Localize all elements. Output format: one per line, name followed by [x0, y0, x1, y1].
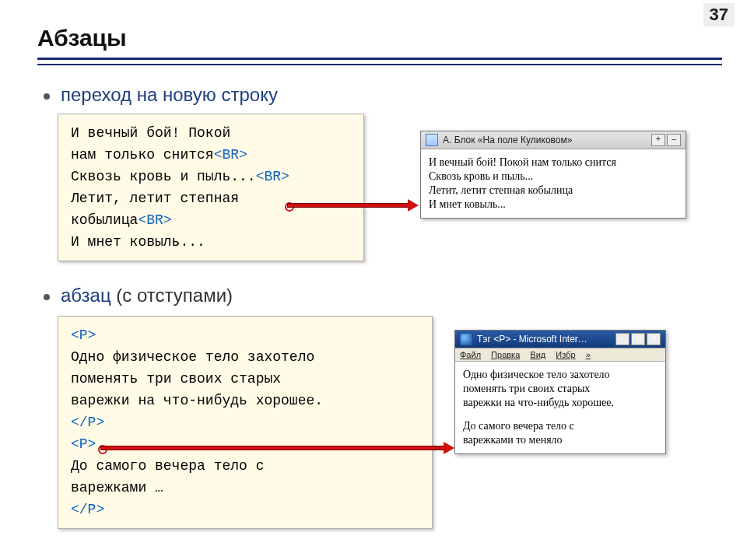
code-tag-p-close: </P>: [71, 502, 104, 517]
bullet-dot-icon: [44, 294, 50, 300]
title-underline: [37, 58, 722, 60]
code-tag-br: <BR>: [256, 169, 289, 184]
preview-window-title: А. Блок «На поле Куликовом»: [443, 135, 572, 145]
menu-edit[interactable]: Правка: [491, 350, 520, 359]
menu-favorites[interactable]: Избр: [556, 350, 575, 359]
bullet-paragraph: абзац (с отступами): [44, 285, 233, 306]
code-tag-br: <BR>: [138, 212, 171, 228]
code-line: И мнет ковыль...: [71, 234, 205, 250]
preview-window-body: Одно физическое тело захотело поменять т…: [455, 362, 665, 453]
code-line: Сквозь кровь и пыль...: [71, 169, 256, 184]
bullet-paragraph-rest: (с отступами): [111, 285, 233, 306]
preview-line: Одно физическое тело захотело: [463, 368, 658, 382]
menu-view[interactable]: Вид: [530, 350, 545, 359]
code-line: поменять три своих старых: [71, 371, 281, 387]
preview-window-p: Тэг <P> - Microsoft Inter… – □ × Файл Пр…: [454, 330, 666, 454]
code-tag-p-close: </P>: [71, 415, 104, 430]
preview-window-body: И вечный бой! Покой нам только снится Ск…: [421, 149, 686, 218]
preview-window-titlebar: А. Блок «На поле Куликовом» + –: [421, 131, 686, 149]
code-line: кобылица: [71, 212, 138, 228]
preview-window-title: Тэг <P> - Microsoft Inter…: [477, 334, 587, 345]
code-line: нам только снится: [71, 147, 214, 163]
preview-window-menubar: Файл Правка Вид Избр »: [455, 348, 665, 362]
title-underline-2: [37, 64, 722, 65]
code-tag-p-open: <P>: [71, 327, 96, 343]
bullet-newline-text: переход на новую строку: [61, 84, 278, 105]
preview-line: варежками то меняло: [463, 433, 658, 447]
preview-window-br: А. Блок «На поле Куликовом» + – И вечный…: [420, 131, 686, 219]
menu-more-icon[interactable]: »: [586, 350, 591, 359]
close-button[interactable]: ×: [647, 333, 661, 345]
code-box-p: <P> Одно физическое тело захотело поменя…: [58, 316, 433, 529]
preview-line: Летит, летит степная кобылица: [429, 184, 678, 198]
maximize-button[interactable]: □: [631, 333, 645, 345]
preview-line: Сквозь кровь и пыль...: [429, 170, 678, 184]
page-number: 37: [703, 3, 735, 26]
code-line: До самого вечера тело с: [71, 458, 264, 474]
menu-file[interactable]: Файл: [460, 350, 481, 359]
code-line: Одно физическое тело захотело: [71, 349, 314, 365]
code-line: варежки на что-нибудь хорошее.: [71, 393, 323, 408]
preview-line: И мнет ковыль...: [429, 198, 678, 212]
window-button[interactable]: –: [667, 134, 681, 146]
window-button[interactable]: +: [651, 134, 665, 146]
code-box-br: И вечный бой! Покой нам только снится<BR…: [58, 114, 364, 261]
preview-line: И вечный бой! Покой нам только снится: [429, 156, 678, 170]
ie-icon: [460, 333, 472, 345]
code-tag-p-open: <P>: [71, 436, 96, 452]
document-icon: [426, 134, 438, 146]
code-tag-br: <BR>: [214, 147, 247, 163]
preview-line: До самого вечера тело с: [463, 419, 658, 433]
page-title: Абзацы: [37, 25, 127, 51]
minimize-button[interactable]: –: [615, 333, 630, 345]
code-line: Летит, летит степная: [71, 191, 239, 206]
preview-line: поменять три своих старых: [463, 382, 658, 396]
bullet-dot-icon: [44, 93, 50, 100]
preview-window-titlebar: Тэг <P> - Microsoft Inter… – □ ×: [455, 331, 665, 348]
code-line: варежками …: [71, 480, 163, 495]
bullet-paragraph-em: абзац: [61, 285, 111, 306]
code-line: И вечный бой! Покой: [71, 125, 230, 141]
bullet-newline: переход на новую строку: [44, 84, 278, 106]
preview-line: варежки на что-нибудь хорошее.: [463, 396, 658, 410]
